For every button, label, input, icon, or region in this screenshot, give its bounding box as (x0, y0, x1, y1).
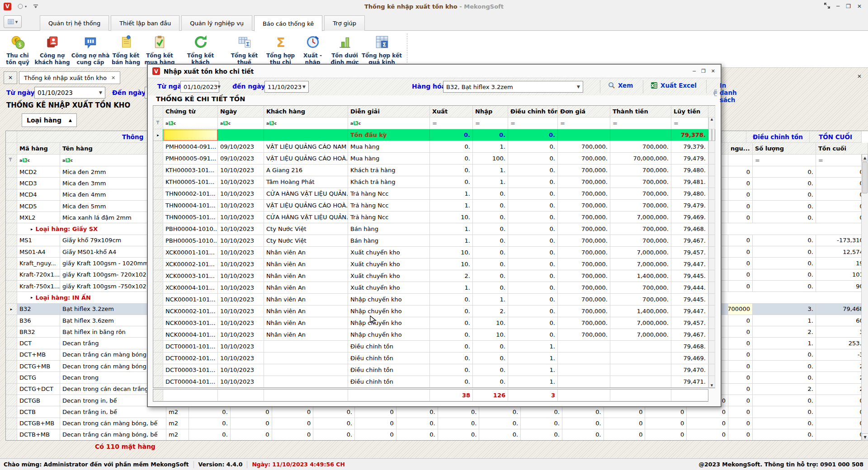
modal-scrollbar-track[interactable] (708, 247, 715, 258)
modal-col-header-9[interactable]: Thành tiền (610, 106, 671, 118)
modal-filter-cell[interactable]: = (558, 118, 610, 129)
modal-col-header-6[interactable]: Nhập (473, 106, 508, 118)
abc-filter-icon[interactable]: abc (62, 158, 73, 163)
modal-data-row-XCK00004-101...[interactable]: XCK00004-101...10/10/2023Nhân viên AnXuấ… (153, 282, 715, 294)
modal-scrollbar-track[interactable] (708, 341, 715, 352)
menu-tab-quản-trị-hệ-thống[interactable]: Quản trị hệ thống (40, 15, 109, 31)
modal-filter-cell[interactable]: = (473, 118, 508, 129)
modal-scrollbar-track[interactable] (708, 164, 715, 176)
equals-filter-icon[interactable]: = (475, 120, 480, 127)
col-header-so-luong[interactable]: Số lượng (753, 143, 816, 155)
abc-filter-icon[interactable]: abc (165, 121, 176, 126)
bg-item-row-DCTB+MB[interactable]: DCTB+MBDecan trắng cán màng bóng, bếm20.… (6, 429, 868, 441)
toolbar-button-barchart[interactable]: Tồn dướiđịnh mức (329, 33, 360, 66)
modal-data-row-THN00002-101...[interactable]: THN00002-101...10/10/2023CỬA HÀNG VẬT LI… (153, 188, 715, 200)
modal-scrollbar-track[interactable] (708, 188, 715, 200)
col-header-ton-cuoi[interactable]: Tồn cuối (816, 143, 868, 155)
doc-tab-inventory-stats[interactable]: Thống kê nhập xuất tồn kho ✕ (19, 71, 120, 84)
chevron-down-icon[interactable]: ▼ (217, 85, 221, 89)
modal-scrollbar-track[interactable] (708, 176, 715, 188)
export-excel-button[interactable]: X Xuất Excel (651, 82, 697, 89)
toolbar-button-coins[interactable]: €$Thu chitồn quỹ (2, 33, 33, 66)
chevron-down-icon[interactable]: ▼ (302, 85, 306, 89)
modal-filter-cell[interactable]: abc (264, 118, 348, 129)
modal-col-header-2[interactable]: Ngày (218, 106, 264, 118)
minimize-button[interactable]: ─ (836, 3, 840, 9)
modal-filter-cell[interactable]: abc (163, 118, 218, 129)
modal-scrollbar-track[interactable]: ▼ (708, 376, 715, 388)
modal-data-row-XCK00001-101...[interactable]: XCK00001-101...10/10/2023Nhân viên AnXuấ… (153, 247, 715, 258)
modal-data-row-NCK00002-101...[interactable]: NCK00002-101...10/10/2023Nhân viên AnNhậ… (153, 306, 715, 317)
toolbar-button-redbook[interactable]: Công nợkhách hàng (33, 33, 71, 66)
modal-data-row-PMH00005-091...[interactable]: PMH00005-091...09/10/2023VẬT LIỆU QUẢNG … (153, 153, 715, 164)
modal-scrollbar-track[interactable] (708, 212, 715, 223)
modal-scrollbar-track[interactable] (708, 294, 715, 306)
equals-filter-icon[interactable]: = (755, 157, 760, 164)
modal-scrollbar-track[interactable] (708, 352, 715, 364)
modal-scrollbar-track[interactable] (708, 141, 715, 153)
modal-data-row-XCK00002-101...[interactable]: XCK00002-101...10/10/2023Nhân viên AnXuấ… (153, 258, 715, 270)
equals-filter-icon[interactable]: = (674, 120, 679, 127)
abc-filter-icon[interactable]: abc (19, 158, 30, 163)
modal-scrollbar-track[interactable] (708, 270, 715, 282)
scroll-down-icon[interactable]: ▼ (862, 433, 868, 441)
modal-data-row-DCT00004-101...[interactable]: DCT00004-101...10/10/2023Điều chỉnh tồn0… (153, 376, 715, 388)
col-header-ma-hang[interactable]: Mã hàng (17, 143, 60, 155)
abc-filter-icon[interactable]: abc (266, 121, 277, 126)
doc-tab-close-icon[interactable]: ✕ (111, 75, 115, 81)
modal-data-row-DCT00001-101...[interactable]: DCT00001-101...10/10/2023Điều chỉnh tồn0… (153, 341, 715, 352)
equals-filter-icon[interactable]: = (818, 157, 823, 164)
modal-data-row-THN00005-101...[interactable]: THN00005-101...10/10/2023CỬA HÀNG VẬT LI… (153, 212, 715, 223)
filter-ngu[interactable] (728, 155, 753, 166)
tabbar-close-icon[interactable]: ✕ (857, 73, 862, 80)
bg-from-date-input[interactable]: 01/10/2023▼ (34, 87, 105, 99)
modal-data-row-NCK00001-101...[interactable]: NCK00001-101...10/10/2023Nhân viên AnNhậ… (153, 294, 715, 306)
bg-item-row-DCTB[interactable]: DCTBDecan trắng in, bếm20.000.00.0.0.0.0… (6, 406, 868, 418)
modal-col-header-4[interactable]: Diễn giải (348, 106, 430, 118)
modal-data-row-NCK00003-101...[interactable]: NCK00003-101...10/10/2023Nhân viên AnNhậ… (153, 317, 715, 329)
bg-table-scrollbar[interactable]: ▲ ▼ (861, 154, 868, 441)
close-button[interactable]: ✕ (857, 3, 862, 9)
equals-filter-icon[interactable]: = (510, 120, 515, 127)
abc-filter-icon[interactable]: abc (350, 121, 361, 126)
equals-filter-icon[interactable]: = (432, 120, 437, 127)
modal-scrollbar-track[interactable] (708, 364, 715, 376)
modal-filter-cell[interactable]: abc (348, 118, 430, 129)
modal-data-row-KTH00005-101...[interactable]: KTH00005-101...10/10/2023Tâm Hoàng PhátK… (153, 176, 715, 188)
modal-filter-cell[interactable]: = (508, 118, 558, 129)
modal-col-header-10[interactable]: Lũy tiền (671, 106, 708, 118)
modal-maximize-button[interactable]: ❐ (701, 68, 706, 74)
modal-scrollbar-track[interactable] (708, 317, 715, 329)
modal-col-header-3[interactable]: Khách hàng (264, 106, 348, 118)
modal-scrollbar-top[interactable]: ▲ (708, 118, 715, 129)
filter-ton-cuoi[interactable]: = (816, 155, 868, 166)
menu-tab-báo-cáo-thống-kê[interactable]: Báo cáo thống kê (254, 15, 322, 31)
bg-item-row-DCTGB+MB[interactable]: DCTGB+MBDecan trong cán màng bóng, bếm20… (6, 418, 868, 429)
filter-so-luong[interactable]: = (753, 155, 816, 166)
modal-data-row-XCK00003-101...[interactable]: XCK00003-101...10/10/2023Nhân viên AnXuấ… (153, 270, 715, 282)
modal-data-row-KTH00003-101...[interactable]: KTH00003-101...10/10/2023A Giang 216Khác… (153, 164, 715, 176)
application-menu-button[interactable]: ▾ (4, 15, 22, 28)
ribbon-collapse-icon[interactable] (33, 4, 38, 9)
modal-col-header-7[interactable]: Điều chỉnh tồn (508, 106, 558, 118)
menu-tab-trợ-giúp[interactable]: Trợ giúp (324, 15, 365, 31)
quick-access-icon[interactable]: ▾ (18, 3, 27, 9)
toolbar-button-sigma[interactable]: ΣTổng hợpthu chi (265, 33, 296, 66)
modal-data-row-THN00004-101...[interactable]: THN00004-101...10/10/2023VẬT LIỆU QUẢNG … (153, 200, 715, 212)
chevron-down-icon[interactable]: ▼ (99, 90, 102, 95)
modal-scrollbar-track[interactable] (708, 153, 715, 164)
view-button[interactable]: Xem (608, 82, 633, 89)
toolbar-button-notepad[interactable]: Tổng kếtbán hàng (110, 33, 142, 66)
modal-scrollbar-track[interactable] (708, 329, 715, 341)
modal-data-row-PBH00004-1010...[interactable]: PBH00004-1010...10/10/2023Cty Nước ViệtB… (153, 223, 715, 235)
modal-to-input[interactable]: 11/10/2023▼ (264, 81, 309, 93)
modal-scrollbar-track[interactable] (708, 282, 715, 294)
modal-data-row-PBH00005-1010...[interactable]: PBH00005-1010...10/10/2023Cty Nước ViệtB… (153, 235, 715, 247)
modal-data-row-DCT00002-101...[interactable]: DCT00002-101...10/10/2023Điều chỉnh tồn0… (153, 352, 715, 364)
equals-filter-icon[interactable]: = (560, 120, 565, 127)
modal-from-input[interactable]: 01/10/2023▼ (180, 81, 219, 93)
modal-filter-cell[interactable]: abc (218, 118, 264, 129)
modal-filter-cell[interactable]: = (430, 118, 473, 129)
restore-layout-icon[interactable] (824, 3, 830, 10)
maximize-button[interactable]: ❐ (846, 3, 851, 9)
